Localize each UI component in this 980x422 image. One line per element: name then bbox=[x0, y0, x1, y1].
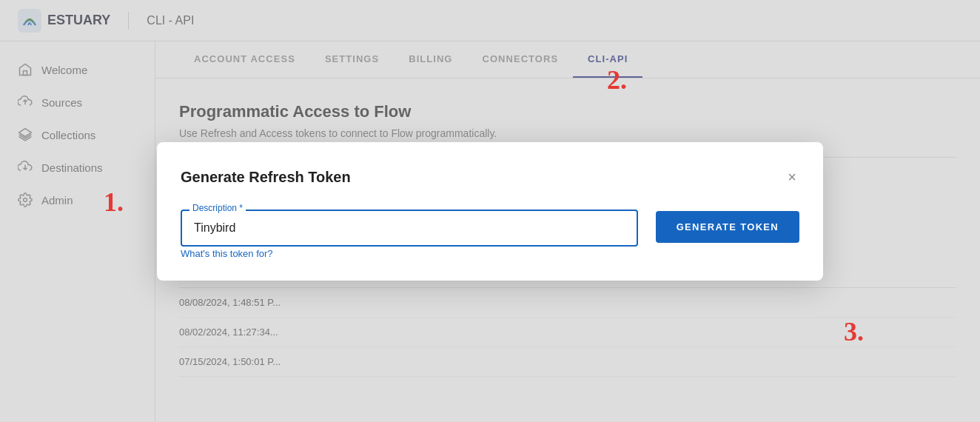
modal-dialog: Generate Refresh Token × Description * W… bbox=[157, 142, 823, 281]
description-input[interactable] bbox=[181, 210, 638, 247]
modal-overlay: Generate Refresh Token × Description * W… bbox=[0, 0, 980, 422]
modal-header: Generate Refresh Token × bbox=[181, 166, 799, 189]
modal-close-button[interactable]: × bbox=[785, 166, 799, 189]
modal-generate-token-button[interactable]: GENERATE TOKEN bbox=[656, 211, 799, 243]
modal-body: Description * What's this token for? GEN… bbox=[181, 210, 799, 260]
modal-title: Generate Refresh Token bbox=[181, 169, 351, 186]
description-input-group: Description * What's this token for? bbox=[181, 210, 638, 260]
token-hint-link[interactable]: What's this token for? bbox=[181, 248, 273, 259]
description-label: Description * bbox=[189, 203, 246, 213]
